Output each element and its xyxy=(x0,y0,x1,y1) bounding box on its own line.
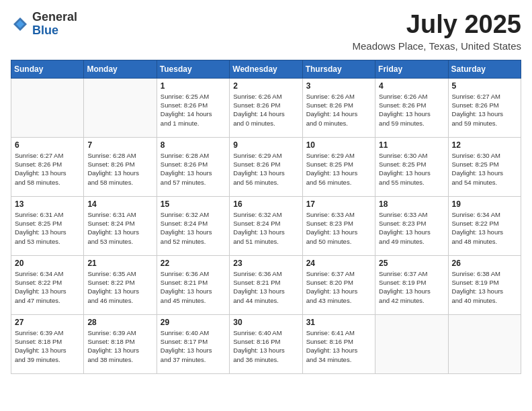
cell-content: Sunrise: 6:32 AMSunset: 8:24 PMDaylight:… xyxy=(161,210,226,246)
cell-line: Sunrise: 6:32 AM xyxy=(233,211,281,218)
cell-line: and 46 minutes. xyxy=(87,297,133,304)
cell-line: Daylight: 13 hours xyxy=(233,169,285,177)
cell-line: and 49 minutes. xyxy=(379,238,425,245)
day-number: 22 xyxy=(161,259,226,268)
calendar-cell: 26Sunrise: 6:38 AMSunset: 8:19 PMDayligh… xyxy=(448,255,521,314)
weekday-header-sunday: Sunday xyxy=(11,60,84,78)
cell-line: Sunrise: 6:28 AM xyxy=(161,152,209,159)
cell-line: Daylight: 13 hours xyxy=(161,287,212,295)
cell-content: Sunrise: 6:34 AMSunset: 8:22 PMDaylight:… xyxy=(452,210,517,246)
day-number: 10 xyxy=(306,140,371,150)
cell-line: Sunrise: 6:36 AM xyxy=(233,270,281,277)
cell-content: Sunrise: 6:25 AMSunset: 8:26 PMDaylight:… xyxy=(161,92,226,128)
cell-line: Sunrise: 6:29 AM xyxy=(233,152,281,159)
calendar-cell: 13Sunrise: 6:31 AMSunset: 8:25 PMDayligh… xyxy=(11,196,84,255)
cell-line: Daylight: 13 hours xyxy=(306,287,358,295)
location-title: Meadows Place, Texas, United States xyxy=(352,40,521,52)
cell-line: Sunrise: 6:40 AM xyxy=(233,329,281,336)
calendar-cell: 21Sunrise: 6:35 AMSunset: 8:22 PMDayligh… xyxy=(84,255,157,314)
cell-line: Sunset: 8:22 PM xyxy=(452,220,499,227)
day-number: 28 xyxy=(87,318,152,327)
cell-content: Sunrise: 6:39 AMSunset: 8:18 PMDaylight:… xyxy=(15,328,80,364)
calendar-cell: 6Sunrise: 6:27 AMSunset: 8:26 PMDaylight… xyxy=(11,137,84,196)
cell-line: Sunrise: 6:30 AM xyxy=(452,152,500,159)
cell-line: Sunrise: 6:31 AM xyxy=(15,211,63,218)
day-number: 9 xyxy=(233,140,298,150)
cell-line: and 37 minutes. xyxy=(161,356,206,363)
cell-line: Daylight: 13 hours xyxy=(233,228,285,236)
cell-line: Sunset: 8:25 PM xyxy=(306,161,353,168)
cell-content: Sunrise: 6:27 AMSunset: 8:26 PMDaylight:… xyxy=(15,151,80,187)
cell-line: and 50 minutes. xyxy=(306,238,352,245)
logo-text: General Blue xyxy=(32,11,77,38)
calendar-table: SundayMondayTuesdayWednesdayThursdayFrid… xyxy=(11,60,521,374)
cell-content: Sunrise: 6:32 AMSunset: 8:24 PMDaylight:… xyxy=(233,210,298,246)
cell-line: and 59 minutes. xyxy=(452,120,498,127)
cell-line: Sunrise: 6:31 AM xyxy=(87,211,136,218)
day-number: 8 xyxy=(161,140,226,150)
calendar-cell: 17Sunrise: 6:33 AMSunset: 8:23 PMDayligh… xyxy=(302,196,375,255)
weekday-header-monday: Monday xyxy=(84,60,157,78)
cell-line: Daylight: 14 hours xyxy=(233,110,285,118)
cell-line: Sunrise: 6:39 AM xyxy=(87,329,136,336)
cell-line: Sunrise: 6:37 AM xyxy=(306,270,355,277)
calendar-cell: 4Sunrise: 6:26 AMSunset: 8:26 PMDaylight… xyxy=(375,78,448,137)
cell-content: Sunrise: 6:40 AMSunset: 8:16 PMDaylight:… xyxy=(233,328,298,364)
day-number: 14 xyxy=(87,199,152,209)
cell-line: Daylight: 13 hours xyxy=(452,169,504,177)
cell-content: Sunrise: 6:33 AMSunset: 8:23 PMDaylight:… xyxy=(306,210,371,246)
day-number: 18 xyxy=(379,199,444,209)
day-number: 12 xyxy=(452,140,517,150)
cell-line: and 55 minutes. xyxy=(379,179,425,186)
cell-line: Sunrise: 6:34 AM xyxy=(452,211,500,218)
calendar-cell: 22Sunrise: 6:36 AMSunset: 8:21 PMDayligh… xyxy=(157,255,229,314)
cell-line: Sunrise: 6:33 AM xyxy=(306,211,355,218)
cell-line: and 40 minutes. xyxy=(452,297,498,304)
day-number: 17 xyxy=(306,199,371,209)
day-number: 2 xyxy=(233,81,298,91)
cell-line: Daylight: 13 hours xyxy=(161,228,212,236)
title-block: July 2025 Meadows Place, Texas, United S… xyxy=(352,11,521,52)
calendar-cell: 23Sunrise: 6:36 AMSunset: 8:21 PMDayligh… xyxy=(230,255,302,314)
page-header: General Blue July 2025 Meadows Place, Te… xyxy=(11,11,521,52)
weekday-header-saturday: Saturday xyxy=(448,60,521,78)
cell-line: Sunrise: 6:25 AM xyxy=(161,93,209,100)
cell-line: and 42 minutes. xyxy=(379,297,425,304)
cell-line: Sunset: 8:21 PM xyxy=(161,279,208,286)
cell-line: and 56 minutes. xyxy=(233,179,279,186)
cell-line: Daylight: 13 hours xyxy=(306,169,358,177)
cell-content: Sunrise: 6:38 AMSunset: 8:19 PMDaylight:… xyxy=(452,269,517,305)
cell-line: Daylight: 13 hours xyxy=(379,287,431,295)
calendar-cell: 10Sunrise: 6:29 AMSunset: 8:25 PMDayligh… xyxy=(302,137,375,196)
cell-line: Daylight: 13 hours xyxy=(161,347,212,354)
day-number: 13 xyxy=(15,199,80,209)
day-number: 16 xyxy=(233,199,298,209)
cell-line: and 0 minutes. xyxy=(233,120,275,127)
cell-line: Sunrise: 6:26 AM xyxy=(233,93,281,100)
cell-line: Daylight: 13 hours xyxy=(306,228,358,236)
cell-line: and 43 minutes. xyxy=(306,297,352,304)
day-number: 31 xyxy=(306,318,371,327)
cell-line: Daylight: 13 hours xyxy=(87,287,139,295)
cell-line: Sunset: 8:26 PM xyxy=(306,101,353,109)
cell-line: Sunset: 8:26 PM xyxy=(161,101,208,109)
cell-line: Sunset: 8:26 PM xyxy=(452,101,499,109)
calendar-cell: 18Sunrise: 6:33 AMSunset: 8:23 PMDayligh… xyxy=(375,196,448,255)
cell-line: Sunset: 8:18 PM xyxy=(87,338,134,345)
cell-line: Sunset: 8:19 PM xyxy=(452,279,499,286)
cell-content: Sunrise: 6:41 AMSunset: 8:16 PMDaylight:… xyxy=(306,328,371,364)
cell-line: Daylight: 13 hours xyxy=(379,169,431,177)
cell-content: Sunrise: 6:37 AMSunset: 8:19 PMDaylight:… xyxy=(379,269,444,305)
cell-line: Daylight: 13 hours xyxy=(379,110,431,118)
cell-content: Sunrise: 6:39 AMSunset: 8:18 PMDaylight:… xyxy=(87,328,152,364)
calendar-cell: 12Sunrise: 6:30 AMSunset: 8:25 PMDayligh… xyxy=(448,137,521,196)
cell-line: Sunrise: 6:35 AM xyxy=(87,270,136,277)
logo: General Blue xyxy=(11,11,77,38)
week-row-2: 6Sunrise: 6:27 AMSunset: 8:26 PMDaylight… xyxy=(11,137,521,196)
cell-line: Sunrise: 6:33 AM xyxy=(379,211,427,218)
cell-line: Daylight: 13 hours xyxy=(379,228,431,236)
calendar-cell: 7Sunrise: 6:28 AMSunset: 8:26 PMDaylight… xyxy=(84,137,157,196)
day-number: 23 xyxy=(233,259,298,268)
day-number: 15 xyxy=(161,199,226,209)
cell-line: and 44 minutes. xyxy=(233,297,279,304)
